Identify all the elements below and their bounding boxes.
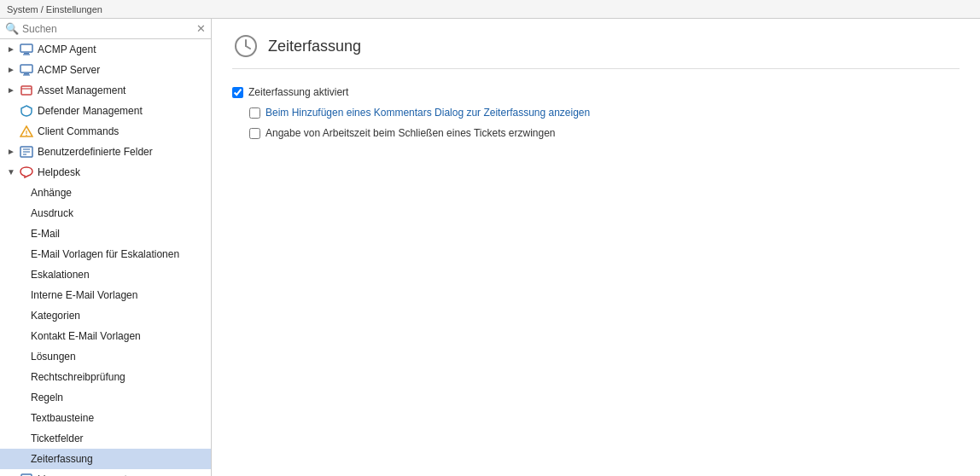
sidebar-item-label: Lizenzmanagement xyxy=(38,472,127,476)
search-clear-icon[interactable]: ✕ xyxy=(196,22,206,35)
sub-checkbox-2-label: Angabe von Arbeitszeit beim Schließen ei… xyxy=(265,127,556,139)
sidebar-item-label: Interne E-Mail Vorlagen xyxy=(31,287,137,303)
sidebar-item-label: Eskalationen xyxy=(31,267,90,282)
sidebar-item-label: Asset Management xyxy=(38,83,125,98)
svg-rect-4 xyxy=(24,73,29,75)
sidebar-item-label: Anhänge xyxy=(31,185,72,200)
client-icon xyxy=(19,125,34,138)
sidebar-item-label: Defender Management xyxy=(38,103,143,119)
sidebar-item-label: Ausdruck xyxy=(31,206,73,221)
search-icon: 🔍 xyxy=(5,22,19,35)
title-bar-text: System / Einstellungen xyxy=(7,4,102,15)
chevron-icon: ► xyxy=(7,62,19,78)
sidebar-item-e-mail[interactable]: E-Mail xyxy=(0,223,211,244)
chevron-icon: ► xyxy=(7,144,19,160)
svg-line-38 xyxy=(246,46,250,49)
main-checkbox[interactable] xyxy=(232,87,243,98)
sidebar-item-label: Helpdesk xyxy=(38,165,80,180)
sidebar-item-rechtschreibpruefung[interactable]: Rechtschreibprüfung xyxy=(0,367,211,387)
sidebar-item-loesungen[interactable]: Lösungen xyxy=(0,346,211,367)
sidebar-item-lizenzmanagement[interactable]: ►Lizenzmanagement xyxy=(0,469,211,476)
sub-checkbox-row-2: Angabe von Arbeitszeit beim Schließen ei… xyxy=(249,127,960,139)
sidebar-tree: ►ACMP Agent►ACMP Server►Asset Management… xyxy=(0,39,211,476)
sidebar-item-label: Regeln xyxy=(31,390,63,405)
sidebar-item-zeiterfassung-item[interactable]: Zeiterfassung xyxy=(0,449,211,469)
svg-point-10 xyxy=(26,135,27,136)
sidebar-item-label: E-Mail xyxy=(31,226,60,241)
content-panel: Zeiterfassung Zeiterfassung aktiviert Be… xyxy=(212,19,980,476)
search-box: 🔍 ✕ xyxy=(0,19,211,39)
sidebar-item-benutzerdefinierte-felder[interactable]: ►Benutzerdefinierte Felder xyxy=(0,142,211,162)
sidebar-item-label: Textbausteine xyxy=(31,410,94,426)
svg-rect-1 xyxy=(24,53,29,55)
section-content: Zeiterfassung aktiviert Beim Hinzufügen … xyxy=(232,81,960,153)
sidebar-item-asset-management[interactable]: ►Asset Management xyxy=(0,80,211,101)
sidebar-item-helpdesk[interactable]: ▼Helpdesk xyxy=(0,162,211,183)
sidebar-item-acmp-server[interactable]: ►ACMP Server xyxy=(0,60,211,80)
sidebar-item-label: Zeiterfassung xyxy=(31,451,93,467)
sub-checkbox-row-1: Beim Hinzufügen eines Kommentars Dialog … xyxy=(249,107,960,119)
chevron-icon: ► xyxy=(7,472,19,476)
asset-icon xyxy=(19,84,34,97)
chevron-icon: ▼ xyxy=(7,165,19,180)
sidebar-item-defender-management[interactable]: Defender Management xyxy=(0,101,211,121)
sidebar-item-anhaenge[interactable]: Anhänge xyxy=(0,183,211,203)
sidebar-item-label: Kontakt E-Mail Vorlagen xyxy=(31,328,141,344)
chevron-icon: ► xyxy=(7,42,19,57)
sidebar-item-acmp-agent[interactable]: ►ACMP Agent xyxy=(0,39,211,60)
monitor-icon xyxy=(19,43,34,56)
custom-icon xyxy=(19,145,34,159)
sidebar-item-label: Lösungen xyxy=(31,349,76,364)
sub-checkbox-1[interactable] xyxy=(249,107,260,119)
sidebar-item-email-vorlagen-eskalationen[interactable]: E-Mail Vorlagen für Eskalationen xyxy=(0,244,211,264)
title-bar: System / Einstellungen xyxy=(0,0,980,19)
main-checkbox-label: Zeiterfassung aktiviert xyxy=(248,86,348,98)
sub-checkbox-2[interactable] xyxy=(249,128,260,139)
sidebar-item-label: ACMP Agent xyxy=(38,42,96,57)
search-input[interactable] xyxy=(22,23,196,35)
sidebar-item-label: Client Commands xyxy=(38,124,119,139)
svg-rect-0 xyxy=(20,44,32,52)
sidebar-item-regeln[interactable]: Regeln xyxy=(0,387,211,408)
sidebar: 🔍 ✕ ►ACMP Agent►ACMP Server►Asset Manage… xyxy=(0,19,212,476)
sidebar-item-ticketfelder[interactable]: Ticketfelder xyxy=(0,428,211,449)
sidebar-item-client-commands[interactable]: Client Commands xyxy=(0,121,211,142)
defender-icon xyxy=(19,104,34,118)
sidebar-item-interne-email-vorlagen[interactable]: Interne E-Mail Vorlagen xyxy=(0,285,211,305)
sidebar-item-label: E-Mail Vorlagen für Eskalationen xyxy=(31,247,179,262)
sub-checkbox-1-label: Beim Hinzufügen eines Kommentars Dialog … xyxy=(265,107,590,119)
main-checkbox-row: Zeiterfassung aktiviert xyxy=(232,86,960,98)
sidebar-item-eskalationen[interactable]: Eskalationen xyxy=(0,264,211,285)
svg-rect-3 xyxy=(20,65,32,73)
sidebar-item-label: Kategorien xyxy=(31,308,80,323)
zeiterfassung-icon xyxy=(232,32,260,60)
page-header: Zeiterfassung xyxy=(232,32,960,69)
main-layout: 🔍 ✕ ►ACMP Agent►ACMP Server►Asset Manage… xyxy=(0,19,980,476)
sidebar-item-label: Benutzerdefinierte Felder xyxy=(38,144,153,160)
sidebar-item-kategorien[interactable]: Kategorien xyxy=(0,305,211,326)
sidebar-item-label: Ticketfelder xyxy=(31,431,84,446)
page-title: Zeiterfassung xyxy=(268,38,361,55)
svg-rect-6 xyxy=(21,86,32,95)
license-icon xyxy=(19,473,34,476)
sidebar-item-label: Rechtschreibprüfung xyxy=(31,369,125,385)
sidebar-item-ausdruck[interactable]: Ausdruck xyxy=(0,203,211,223)
sidebar-item-textbausteine[interactable]: Textbausteine xyxy=(0,408,211,428)
sidebar-item-kontakt-email-vorlagen[interactable]: Kontakt E-Mail Vorlagen xyxy=(0,326,211,346)
chevron-icon: ► xyxy=(7,83,19,98)
helpdesk-icon xyxy=(19,165,34,179)
sidebar-item-label: ACMP Server xyxy=(38,62,100,78)
monitor-icon xyxy=(19,63,34,77)
